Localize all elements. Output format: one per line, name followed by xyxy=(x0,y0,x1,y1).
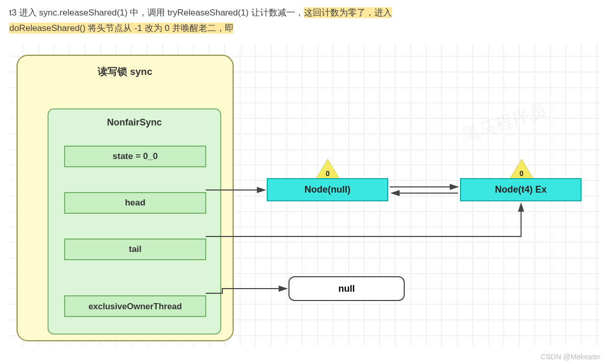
diagram: 黑马程序员 黑马程序员 读写锁 sync NonfairSync state =… xyxy=(10,44,601,346)
nonfair-sync-box: NonfairSync state = 0_0 head tail exclus… xyxy=(48,108,221,335)
sync-lock-box: 读写锁 sync NonfairSync state = 0_0 head ta… xyxy=(17,55,234,341)
csdn-watermark: CSDN @Mekeater xyxy=(541,353,601,361)
tail-field: tail xyxy=(64,239,206,260)
text-line2: doReleaseShared() 将头节点从 -1 改为 0 并唤醒老二，即 xyxy=(9,23,234,34)
text-highlight-1: 这回计数为零了，进入 xyxy=(304,7,392,18)
state-field: state = 0_0 xyxy=(64,146,206,167)
node-null: Node(null) xyxy=(267,178,388,201)
null-box: null xyxy=(288,276,405,301)
exclusive-owner-thread-field: exclusiveOwnerThread xyxy=(64,295,206,317)
nonfair-sync-title: NonfairSync xyxy=(49,117,220,128)
wait-status-value-1: 0 xyxy=(323,169,333,178)
sync-lock-title: 读写锁 sync xyxy=(18,65,233,78)
wait-status-value-2: 0 xyxy=(516,169,527,178)
node-t4-ex: Node(t4) Ex xyxy=(460,178,582,201)
text-prefix: t3 进入 sync.releaseShared(1) 中，调用 tryRele… xyxy=(9,8,304,18)
head-field: head xyxy=(64,192,206,214)
explain-text: t3 进入 sync.releaseShared(1) 中，调用 tryRele… xyxy=(9,5,595,36)
